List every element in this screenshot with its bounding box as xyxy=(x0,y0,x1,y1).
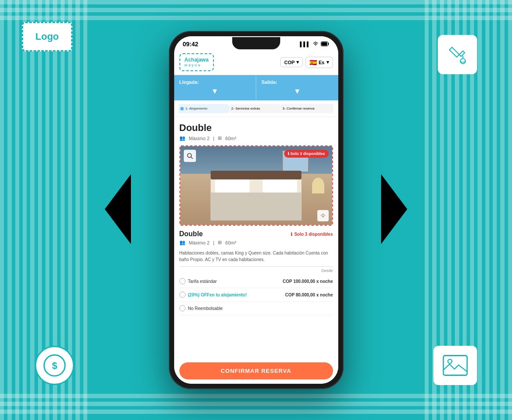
right-arrow-decoration xyxy=(381,174,416,246)
svg-line-11 xyxy=(191,157,192,159)
lang-chevron-icon: ▾ xyxy=(326,59,329,65)
max-guests-label: Máximo 2 xyxy=(189,136,210,141)
search-icon xyxy=(187,153,193,159)
rate-standard-left: Tarifa estándar xyxy=(179,278,217,284)
dollar-icon-box: $ xyxy=(35,346,74,385)
app-logo: Achajawa w a y u u xyxy=(179,53,214,71)
room-title: Double xyxy=(179,122,333,134)
badge-exclamation-icon: ℹ xyxy=(288,151,289,156)
step-accommodation: 1- Alojamiento xyxy=(179,104,231,113)
image-placeholder-icon-box xyxy=(433,346,477,385)
image-icon xyxy=(442,354,468,377)
bed-cover xyxy=(210,193,302,220)
svg-rect-9 xyxy=(321,42,327,45)
bed-pillow-left xyxy=(215,179,250,193)
rate-nonrefund-radio[interactable] xyxy=(179,305,186,311)
phone-screen: 09:42 ▌▌▌ xyxy=(174,36,338,384)
rate-option-discount[interactable]: (20%) OFFen tu alojamiento! COP 80.000,0… xyxy=(179,288,333,302)
room-meta-detail: 👥 Máximo 2 | ⊞ 60m² xyxy=(179,240,333,245)
currency-selector[interactable]: COP ▾ xyxy=(280,57,303,67)
departure-date-field[interactable]: Salida: ▾ xyxy=(256,75,338,100)
rate-discount-name: (20%) OFFen tu alojamiento! xyxy=(188,293,247,297)
rate-option-nonrefund[interactable]: No Reembolsable xyxy=(179,302,333,315)
svg-point-0 xyxy=(460,59,466,64)
language-selector[interactable]: 🇪🇸 Es ▾ xyxy=(306,57,333,68)
arrival-date-field[interactable]: Llegada: ▾ xyxy=(174,75,257,100)
status-time: 09:42 xyxy=(183,41,199,48)
image-search-button[interactable] xyxy=(184,150,196,162)
wifi-overlay-icon xyxy=(317,210,329,221)
availability-inline: ℹ Solo 3 disponibles xyxy=(291,232,333,237)
room-size-label: 60m² xyxy=(225,136,236,141)
size-icon: ⊞ xyxy=(218,135,222,141)
content-area[interactable]: Double 👥 Máximo 2 | ⊞ 60m² xyxy=(174,117,338,358)
paint-bucket-icon xyxy=(447,41,468,68)
rate-option-standard[interactable]: Tarifa estándar COP 100.000,00 x noche xyxy=(179,275,333,288)
confirm-button-container: CONFIRMAR RESERVA xyxy=(174,358,338,384)
bottom-background-stripes xyxy=(0,394,512,420)
svg-rect-4 xyxy=(443,356,467,375)
wifi-status-icon xyxy=(313,41,319,47)
currency-label: COP xyxy=(284,60,295,65)
desde-label: Desde xyxy=(179,266,333,273)
max-guests-detail: Máximo 2 xyxy=(189,240,210,245)
room-image: ℹ Solo 3 disponibles xyxy=(180,146,332,225)
rate-standard-name: Tarifa estándar xyxy=(188,279,217,284)
rate-discount-radio[interactable] xyxy=(179,292,186,298)
logo-name: Achajawa xyxy=(185,57,209,63)
dollar-circle-icon: $ xyxy=(43,354,66,377)
availability-badge-overlay: ℹ Solo 3 disponibles xyxy=(284,150,329,158)
departure-label: Salida: xyxy=(261,79,277,85)
room-meta: 👥 Máximo 2 | ⊞ 60m² xyxy=(179,135,333,141)
header-controls: COP ▾ 🇪🇸 Es ▾ xyxy=(280,57,333,68)
rate-discount-left: (20%) OFFen tu alojamiento! xyxy=(179,292,247,298)
app-header: Achajawa w a y u u COP ▾ 🇪🇸 Es ▾ xyxy=(174,50,338,75)
rate-nonrefund-name: No Reembolsable xyxy=(188,306,223,311)
language-label: Es xyxy=(319,60,324,65)
step1-label: 1- Alojamiento xyxy=(186,107,208,110)
bed-headboard xyxy=(210,171,302,179)
room-illustration xyxy=(180,146,332,225)
rate-nonrefund-left: No Reembolsable xyxy=(179,305,223,311)
confirm-reservation-button[interactable]: CONFIRMAR RESERVA xyxy=(179,362,333,379)
room-bed xyxy=(210,177,302,220)
rate-standard-price: COP 100.000,00 x noche xyxy=(283,279,333,284)
battery-icon xyxy=(321,41,330,47)
phone-frame: 09:42 ▌▌▌ xyxy=(169,31,344,389)
paint-bucket-icon-box xyxy=(438,35,477,74)
room-name-text: Double xyxy=(179,230,203,238)
svg-marker-6 xyxy=(105,174,131,244)
room-image-container: ℹ Solo 3 disponibles xyxy=(179,145,333,226)
phone-notch xyxy=(232,37,280,49)
top-background-stripes xyxy=(0,0,512,26)
wifi-icon xyxy=(320,213,326,218)
rate-standard-radio[interactable] xyxy=(179,278,186,284)
step3-label: 3- Confirmar reserva xyxy=(282,107,314,110)
progress-steps: 1- Alojamiento 2- Servicios extras 3- Co… xyxy=(174,100,338,117)
room-lamp xyxy=(312,178,324,193)
room-size-detail: 60m² xyxy=(225,240,236,245)
logo-subtitle: w a y u u xyxy=(185,63,209,68)
size-icon2: ⊞ xyxy=(218,240,222,245)
phone-mockup: 09:42 ▌▌▌ xyxy=(169,31,344,389)
left-arrow-decoration xyxy=(96,174,131,246)
arrival-chevron-icon: ▾ xyxy=(213,86,217,96)
signal-icon: ▌▌▌ xyxy=(300,41,310,47)
guests-icon: 👥 xyxy=(179,135,186,141)
arrival-label: Llegada: xyxy=(179,79,199,85)
flag-icon: 🇪🇸 xyxy=(309,59,317,66)
corner-logo-box: Logo xyxy=(22,22,72,52)
bed-pillow-right xyxy=(262,179,297,193)
step2-label: 2- Servicios extras xyxy=(231,107,260,110)
departure-chevron-icon: ▾ xyxy=(295,86,299,96)
rate-discount-price: COP 80.000,00 x noche xyxy=(285,293,333,297)
svg-point-5 xyxy=(448,359,452,363)
svg-text:$: $ xyxy=(52,360,57,371)
room-name-row: Double ℹ Solo 3 disponibles xyxy=(179,230,333,238)
badge-text: Solo 3 disponibles xyxy=(290,151,325,156)
currency-chevron-icon: ▾ xyxy=(296,59,299,65)
corner-logo-text: Logo xyxy=(35,31,59,42)
meta-divider: | xyxy=(213,136,214,141)
date-selector: Llegada: ▾ Salida: ▾ xyxy=(174,75,338,100)
meta-divider2: | xyxy=(213,240,214,245)
